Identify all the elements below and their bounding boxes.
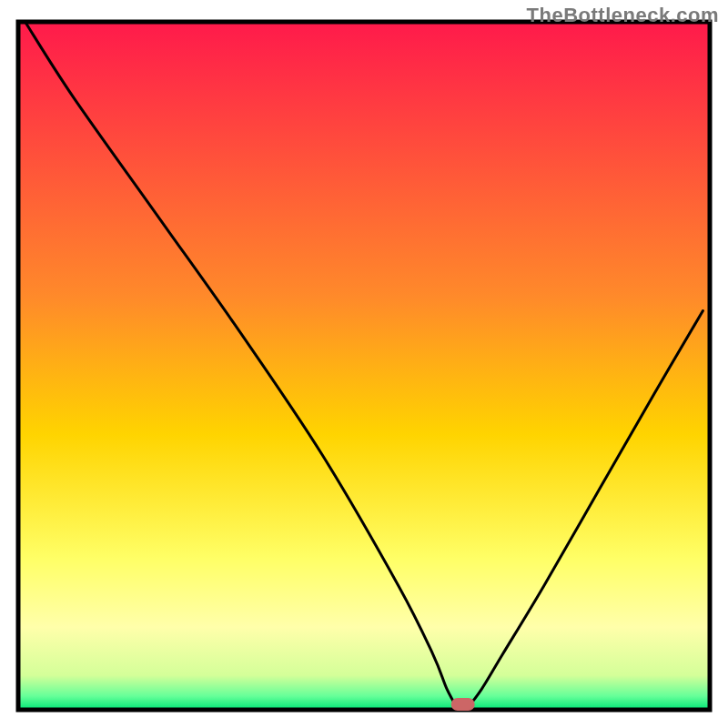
watermark: TheBottleneck.com (527, 4, 719, 27)
chart-container (0, 0, 728, 728)
bottleneck-chart (0, 0, 728, 728)
chart-background (18, 22, 710, 710)
optimal-marker (451, 698, 475, 711)
